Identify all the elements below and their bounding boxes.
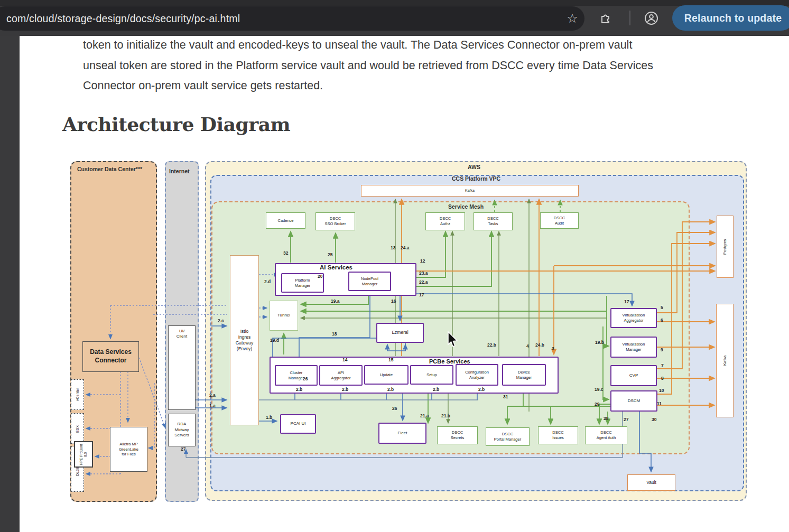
mouse-cursor	[447, 331, 461, 348]
edge-label: 17	[624, 299, 629, 304]
edge-label: 13	[391, 245, 395, 250]
edge-label: 2.b	[478, 387, 485, 392]
edge-label: 22.a	[419, 279, 428, 285]
edge-label: 24.a	[401, 245, 410, 250]
node-update: Update	[364, 365, 409, 385]
edge-label: 2.c	[218, 318, 224, 323]
node-pcai-ui: PCAI UI	[280, 414, 316, 434]
node-virtualization-aggregator: Virtualization Aggregator	[610, 308, 657, 328]
node-kafka-bar: Kafka	[361, 185, 579, 197]
node-ai-services-title: AI Services	[320, 264, 352, 270]
edge-label: 15	[388, 357, 393, 362]
edge-label: 22.b	[487, 342, 496, 348]
node-alletra: Alletra MP GreenLake for Files	[110, 427, 147, 472]
edge-label: 19.a	[331, 298, 340, 304]
node-cluster-manager: Cluster Manager	[275, 365, 318, 386]
edge-label: 19.d	[270, 338, 279, 343]
edge-label: 7	[661, 363, 664, 368]
edge-label: 2.b	[433, 387, 439, 392]
node-esxi: ESXi	[71, 413, 84, 444]
node-dscc-secrets: DSCC Secrets	[437, 426, 478, 444]
node-dscc-agent-auth: DSCC Agent Auth	[585, 426, 627, 444]
edge-label: 8	[661, 376, 664, 381]
node-data-services-connector: Data Services Connector	[82, 341, 139, 372]
node-ezmeral: Ezmeral	[376, 323, 424, 343]
node-cvp: CVP	[610, 365, 657, 386]
edge-label: 20	[318, 274, 322, 279]
node-dscc-issues: DSCC Issues	[538, 426, 578, 444]
node-tunnel: Tunnel	[270, 301, 298, 331]
node-kafka-right: Kafka	[716, 304, 734, 417]
edge-label: 9	[661, 347, 663, 352]
node-rda-midway: RDA Midway Servers	[168, 414, 196, 446]
edge-label: 2.d	[264, 279, 271, 284]
edge-label: 3	[552, 346, 554, 351]
edge-label: 26	[392, 406, 397, 411]
edge-label: 29	[595, 402, 599, 407]
edge-label: 30	[652, 417, 656, 422]
edge-label: 4	[526, 343, 529, 349]
edge-label: 24.b	[535, 342, 544, 348]
node-vcenter: vCenter	[71, 379, 84, 410]
node-istio-gateway: Istio Ingres Gateway (Envoy)	[230, 255, 259, 425]
node-postgres: Postgres	[717, 216, 734, 278]
node-sso-broker: DSCC SSO Broker	[315, 212, 355, 230]
edge-label: 31	[503, 394, 508, 399]
edge-label: 10	[659, 388, 664, 393]
edge-label: 21.a	[420, 413, 429, 418]
node-ui-client: UI/ Client	[168, 325, 196, 410]
node-dscc-audit: DSCC Audit	[540, 212, 579, 229]
edge-label: 14	[342, 357, 347, 362]
edge-label: 18	[332, 331, 337, 337]
edge-label: 25	[328, 252, 332, 257]
edge-label: 17	[419, 292, 424, 297]
edge-label: 27	[624, 417, 628, 422]
node-dscc-authz: DSCC Authz	[425, 212, 465, 230]
edge-label: 32	[283, 250, 288, 256]
edge-label: 23.a	[419, 270, 428, 276]
edge-label: 16	[391, 298, 396, 304]
edge-label: 2.b	[296, 387, 302, 392]
node-dscc-tasks: DSCC Tasks	[474, 212, 513, 230]
edge-label: 2.a	[209, 393, 216, 398]
edge-label: 19.b	[595, 340, 604, 345]
edge-label: 11	[657, 401, 662, 406]
edge-label: 5	[661, 305, 663, 310]
edge-label: 21.b	[441, 413, 450, 418]
edge-label: 1.a	[209, 403, 216, 408]
edge-label: 6	[661, 318, 663, 323]
edge-label: 2.b	[342, 387, 348, 392]
edge-label: 26	[303, 376, 308, 381]
node-hpe-proliant: HPE ProLiant 8.0	[74, 441, 93, 468]
edge-label: 27	[181, 446, 185, 452]
edge-label: 28	[604, 416, 608, 421]
node-nodepool-manager: NodePool Manager	[348, 272, 391, 291]
node-fleet: Fleet	[378, 423, 426, 444]
node-configuration-analyzer: Configuration Analyzer	[456, 364, 498, 386]
node-setup: Setup	[410, 365, 453, 385]
node-dscc-portal-manager: DSCC Portal Manager	[486, 427, 530, 446]
edge-label: 12	[420, 258, 425, 264]
node-vault: Vault	[627, 474, 675, 491]
node-device-manager: Device Manager	[502, 364, 546, 386]
edge-label: 2.b	[387, 387, 394, 392]
edge-label: 1.b	[266, 415, 272, 420]
node-virtualization-manager: Virtualization Manager	[610, 337, 657, 358]
node-cadence: Cadence	[266, 212, 305, 229]
edge-label: 19.c	[595, 387, 604, 392]
node-api-aggregator: API Aggregator	[319, 365, 363, 386]
node-dscm: DSCM	[610, 390, 657, 412]
